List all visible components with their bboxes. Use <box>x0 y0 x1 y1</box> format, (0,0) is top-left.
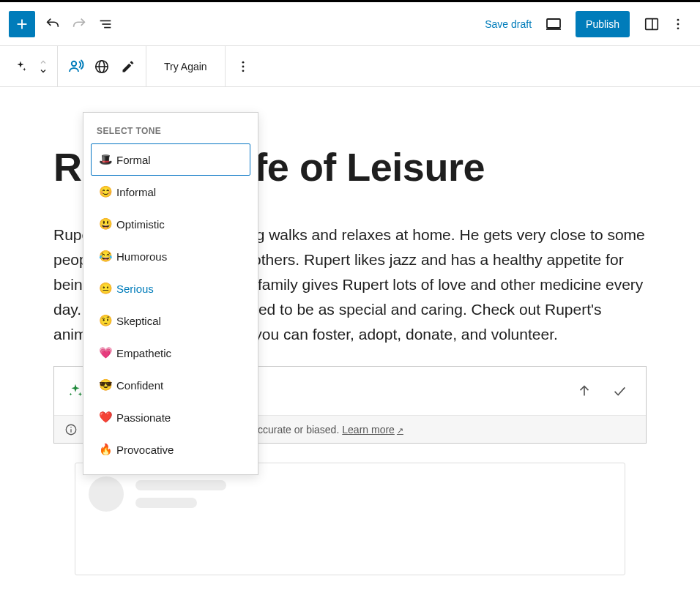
move-block-buttons[interactable] <box>34 58 53 75</box>
tone-item-humorous[interactable]: 😂Humorous <box>91 240 250 272</box>
list-icon <box>97 16 113 32</box>
tone-dropdown: SELECT TONE 🎩Formal😊Informal😃Optimistic😂… <box>83 112 258 475</box>
accept-button[interactable] <box>606 378 633 404</box>
tone-label: Provocative <box>116 444 174 456</box>
tone-item-provocative[interactable]: 🔥Provocative <box>91 433 250 466</box>
svg-point-12 <box>72 61 76 65</box>
skeleton-line <box>135 480 226 490</box>
redo-button[interactable] <box>66 11 92 37</box>
tone-label: Serious <box>116 283 154 295</box>
ai-sparkle-button[interactable] <box>7 53 34 80</box>
svg-point-10 <box>677 23 679 25</box>
skeleton-avatar <box>89 476 124 512</box>
desktop-icon <box>545 15 562 33</box>
tone-item-empathetic[interactable]: 💗Empathetic <box>91 337 250 369</box>
chevron-down-icon <box>37 67 49 75</box>
tone-item-confident[interactable]: 😎Confident <box>91 369 250 401</box>
top-toolbar: Save draft Publish <box>0 2 700 46</box>
tone-item-skeptical[interactable]: 🤨Skeptical <box>91 304 250 337</box>
tone-label: Passionate <box>116 411 171 424</box>
tone-item-serious[interactable]: 😐Serious <box>91 272 250 304</box>
tone-emoji: 🎩 <box>99 153 115 166</box>
document-overview-button[interactable] <box>92 11 119 37</box>
svg-rect-5 <box>547 19 560 28</box>
tone-emoji: 🤨 <box>99 314 115 327</box>
tone-emoji: 😂 <box>99 250 115 263</box>
pencil-icon <box>121 59 135 74</box>
tone-label: Confident <box>116 379 163 392</box>
tone-emoji: ❤️ <box>99 411 115 424</box>
undo-icon <box>45 16 61 32</box>
tone-label: Informal <box>116 186 156 198</box>
chevron-up-icon <box>37 58 49 67</box>
add-block-button[interactable] <box>9 11 35 37</box>
tone-item-optimistic[interactable]: 😃Optimistic <box>91 208 250 240</box>
tone-label: Empathetic <box>116 347 171 359</box>
skeleton-line <box>135 498 197 508</box>
svg-point-18 <box>242 70 244 72</box>
sidebar-icon <box>644 16 660 32</box>
disclaimer-text: ccurate or biased. <box>258 424 339 436</box>
tone-item-formal[interactable]: 🎩Formal <box>91 143 250 176</box>
translate-button[interactable] <box>89 53 115 80</box>
tone-item-informal[interactable]: 😊Informal <box>91 176 250 208</box>
save-draft-button[interactable]: Save draft <box>476 18 540 30</box>
block-options-button[interactable] <box>230 53 256 80</box>
svg-point-17 <box>242 65 244 67</box>
send-up-button[interactable] <box>571 378 597 404</box>
redo-icon <box>71 16 87 32</box>
tone-label: Formal <box>116 154 151 166</box>
svg-point-9 <box>677 18 679 20</box>
voice-icon <box>67 58 84 75</box>
external-icon: ↗ <box>397 426 403 435</box>
settings-sidebar-button[interactable] <box>638 11 665 37</box>
kebab-icon <box>671 17 685 31</box>
undo-button[interactable] <box>40 11 66 37</box>
preview-button[interactable] <box>540 11 567 37</box>
sparkle-icon <box>67 383 83 399</box>
svg-point-11 <box>677 27 679 29</box>
tone-emoji: 🔥 <box>99 443 115 456</box>
info-icon <box>64 423 78 436</box>
globe-icon <box>94 59 110 75</box>
tone-label: Humorous <box>116 250 167 263</box>
plus-icon <box>14 16 30 32</box>
editor-frame: Save draft Publish <box>0 0 700 575</box>
tone-label: Skeptical <box>116 315 161 327</box>
sparkle-icon <box>14 60 27 73</box>
tone-emoji: 💗 <box>99 346 115 359</box>
publish-button[interactable]: Publish <box>576 11 630 37</box>
tone-button[interactable] <box>62 53 89 80</box>
arrow-up-icon <box>576 383 592 399</box>
kebab-icon <box>236 59 250 74</box>
tone-emoji: 😐 <box>99 282 115 295</box>
tone-emoji: 😊 <box>99 185 115 198</box>
check-icon <box>611 383 628 399</box>
learn-more-link[interactable]: Learn more↗ <box>342 424 403 436</box>
tone-item-passionate[interactable]: ❤️Passionate <box>91 401 250 433</box>
embed-placeholder <box>75 463 625 575</box>
ai-block-toolbar: Try Again <box>0 46 700 87</box>
tone-emoji: 😃 <box>99 217 115 231</box>
tone-menu-heading: SELECT TONE <box>91 122 250 143</box>
options-menu-button[interactable] <box>665 11 691 37</box>
tone-emoji: 😎 <box>99 378 115 392</box>
svg-point-22 <box>70 427 72 428</box>
svg-point-16 <box>242 61 244 63</box>
try-again-button[interactable]: Try Again <box>151 46 220 86</box>
edit-button[interactable] <box>115 53 141 80</box>
svg-rect-7 <box>646 18 658 29</box>
tone-label: Optimistic <box>116 218 165 231</box>
